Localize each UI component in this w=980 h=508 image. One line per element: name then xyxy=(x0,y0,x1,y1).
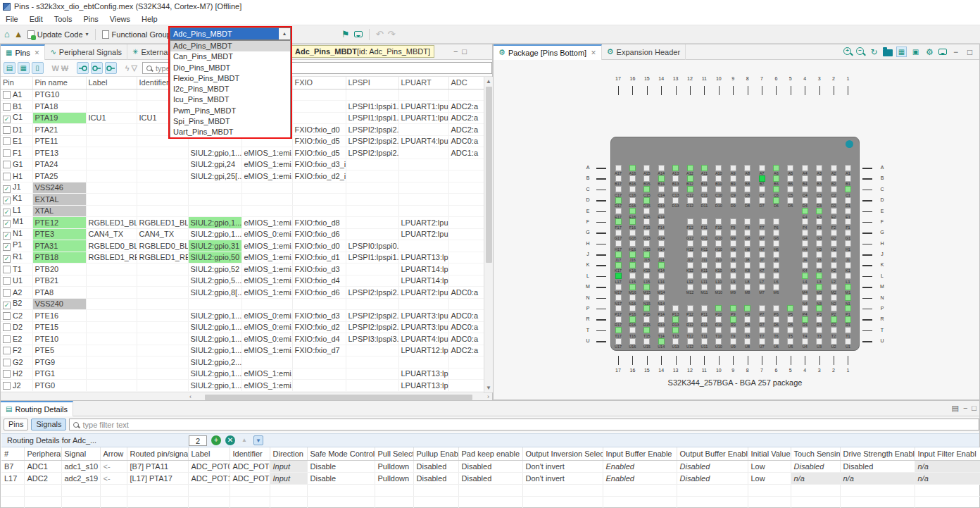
lightning-icon[interactable]: ϟ xyxy=(125,64,130,73)
grid-view-icon[interactable]: ▦ xyxy=(896,47,907,57)
routing-cell[interactable]: ADC1 xyxy=(24,460,61,472)
bga-ball[interactable] xyxy=(730,230,736,236)
routing-row[interactable]: B7ADC1adc1_s10<-[B7] PTA11ADC_POT0ADC_PO… xyxy=(1,460,980,472)
column-header[interactable]: Routed pin/signal xyxy=(127,447,188,460)
bga-ball[interactable] xyxy=(701,186,708,192)
bga-ball[interactable] xyxy=(687,305,693,311)
bga-ball[interactable] xyxy=(615,218,622,225)
bga-ball[interactable] xyxy=(816,197,822,204)
bga-ball[interactable] xyxy=(658,175,665,182)
folder-icon[interactable] xyxy=(883,49,893,56)
bga-ball[interactable] xyxy=(701,262,708,268)
bga-ball[interactable] xyxy=(615,230,622,236)
routing-cell[interactable]: n/a xyxy=(915,472,980,484)
bga-ball[interactable] xyxy=(687,230,693,236)
column-header[interactable]: Arrow xyxy=(100,447,127,460)
bga-ball[interactable] xyxy=(787,165,793,171)
bga-ball[interactable] xyxy=(615,165,622,171)
bga-ball[interactable] xyxy=(730,305,736,311)
zoom-out-icon[interactable]: − xyxy=(856,47,865,56)
bga-ball[interactable] xyxy=(715,218,722,225)
rotate-icon[interactable]: ↻ xyxy=(869,47,879,57)
bga-ball[interactable] xyxy=(773,240,779,247)
dropdown-item[interactable]: Pwm_Pins_MBDT xyxy=(170,106,290,116)
column-header[interactable]: Output Buffer Enable xyxy=(677,447,748,460)
bga-ball[interactable] xyxy=(715,338,722,345)
scroll-up-icon[interactable]: ▲ xyxy=(484,78,493,85)
pin-checkbox[interactable]: ✓ xyxy=(3,185,11,193)
close-icon[interactable]: ✕ xyxy=(591,49,596,56)
bga-ball[interactable] xyxy=(658,208,665,214)
routing-cell[interactable]: Don't invert xyxy=(522,460,603,472)
chevron-down-icon[interactable]: ▾ xyxy=(86,31,89,37)
bga-ball[interactable] xyxy=(629,327,636,333)
routing-cell[interactable]: Disabled xyxy=(840,460,915,472)
bga-ball[interactable] xyxy=(831,186,837,192)
pin-checkbox[interactable] xyxy=(3,370,11,378)
bga-ball[interactable] xyxy=(701,175,708,182)
routing-cell[interactable]: n/a xyxy=(915,460,980,472)
column-header[interactable]: Input Buffer Enable xyxy=(603,447,677,460)
bga-ball[interactable] xyxy=(744,338,750,345)
bga-ball[interactable] xyxy=(744,218,750,225)
bga-ball[interactable] xyxy=(730,240,736,247)
column-header[interactable]: Initial Value xyxy=(748,447,791,460)
routing-cell[interactable]: n/a xyxy=(840,472,915,484)
bga-ball[interactable] xyxy=(715,262,722,268)
bga-ball[interactable] xyxy=(629,284,636,290)
bga-ball[interactable] xyxy=(773,273,779,279)
scroll-down-icon[interactable]: ▼ xyxy=(484,385,493,391)
bga-ball[interactable] xyxy=(715,165,722,171)
bga-ball[interactable] xyxy=(831,218,837,225)
arrow-circle-out2-icon[interactable] xyxy=(105,62,117,74)
routing-cell[interactable]: ADC_POT0 xyxy=(188,460,230,472)
bga-ball[interactable] xyxy=(672,338,679,345)
bga-ball[interactable] xyxy=(744,186,750,192)
routing-cell[interactable]: Disable xyxy=(307,472,375,484)
move-up-button[interactable]: ▲ xyxy=(239,435,249,445)
bga-ball[interactable] xyxy=(687,327,693,333)
column-header[interactable]: Label xyxy=(188,447,230,460)
bga-ball[interactable] xyxy=(802,240,808,247)
bga-ball[interactable] xyxy=(629,338,636,345)
bga-ball[interactable] xyxy=(845,175,851,182)
view-menu-icon[interactable]: ▤ xyxy=(952,404,959,413)
bga-ball[interactable] xyxy=(687,218,693,225)
bga-ball[interactable] xyxy=(672,186,679,192)
bga-ball[interactable] xyxy=(759,197,765,204)
pin-row[interactable]: ✓L1XTAL xyxy=(1,205,484,217)
maximize-icon[interactable]: □ xyxy=(965,47,975,57)
pin-checkbox[interactable] xyxy=(3,103,11,111)
signals-button[interactable]: Signals xyxy=(31,419,66,430)
pin-checkbox[interactable] xyxy=(3,382,11,390)
bga-ball[interactable] xyxy=(615,175,622,182)
bga-ball[interactable] xyxy=(629,175,636,182)
tab-expansion-header[interactable]: ⚙ Expansion Header xyxy=(602,44,686,60)
column-header[interactable]: Pullup Enable xyxy=(413,447,458,460)
maximize-icon[interactable]: □ xyxy=(972,404,976,413)
pin-checkbox[interactable] xyxy=(3,359,11,366)
bga-ball[interactable] xyxy=(802,262,808,268)
dropdown-item[interactable]: Dio_Pins_MBDT xyxy=(170,63,290,73)
bga-ball[interactable] xyxy=(759,252,765,258)
bga-ball[interactable] xyxy=(658,218,665,225)
bga-ball[interactable] xyxy=(802,295,808,301)
bga-ball[interactable] xyxy=(802,165,808,171)
bga-ball[interactable] xyxy=(629,252,636,258)
bga-ball[interactable] xyxy=(701,252,708,258)
bga-ball[interactable] xyxy=(643,175,650,182)
bga-ball[interactable] xyxy=(629,197,636,204)
menu-item-pins[interactable]: Pins xyxy=(77,13,103,25)
bga-ball[interactable] xyxy=(643,208,650,214)
routing-cell[interactable]: Disabled xyxy=(413,472,458,484)
bga-ball[interactable] xyxy=(643,273,650,279)
warning-icon[interactable]: ▲ xyxy=(14,30,23,39)
functional-group-combo[interactable]: Adc_Pins_MBDT ▴ xyxy=(170,27,291,40)
menu-item-tools[interactable]: Tools xyxy=(49,13,78,25)
bga-ball[interactable] xyxy=(744,284,750,290)
bga-ball[interactable] xyxy=(687,186,693,192)
pin-row[interactable]: F1PTE13SIUL2:gpio,1...eMIOS_1:emi...FXIO… xyxy=(1,147,484,159)
routing-row[interactable]: L17ADC2adc2_s19<-[L17] PTA17ADC_POT1ADC_… xyxy=(1,472,980,484)
bga-ball[interactable] xyxy=(744,197,750,204)
bga-ball[interactable] xyxy=(643,197,650,204)
